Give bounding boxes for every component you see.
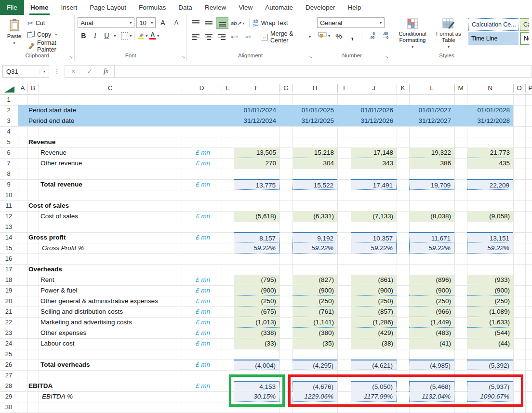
col-header-I[interactable]: I bbox=[337, 82, 351, 94]
row-label-17[interactable]: Overheads bbox=[28, 264, 62, 275]
cell-J15[interactable]: 59.22% bbox=[351, 243, 397, 253]
cell-F22[interactable]: (1,013) bbox=[234, 317, 279, 328]
row-header-9[interactable]: 9 bbox=[0, 179, 17, 190]
row-label-9[interactable]: Total revenue bbox=[40, 179, 82, 190]
name-box[interactable]: Q31 ▾ bbox=[2, 65, 49, 78]
number-format-combo[interactable]: General ▾ bbox=[317, 17, 385, 28]
cell-J3[interactable]: 31/12/2026 bbox=[351, 116, 397, 126]
grow-font-button[interactable]: Aˆ bbox=[158, 17, 169, 28]
cell-L6[interactable]: 19,322 bbox=[409, 147, 454, 158]
cell-H24[interactable]: (35) bbox=[293, 338, 337, 349]
font-dialog-launcher[interactable]: ↘ bbox=[182, 55, 186, 59]
tab-formulas[interactable]: Formulas bbox=[133, 0, 172, 15]
row-label-7[interactable]: Other revenue bbox=[40, 158, 82, 169]
cell-N9[interactable]: 22,209 bbox=[467, 179, 513, 190]
style-time-line[interactable]: Time Line bbox=[468, 32, 519, 45]
cell-F26[interactable]: (4,004) bbox=[234, 360, 279, 370]
tab-automate[interactable]: Automate bbox=[259, 0, 299, 15]
col-header-H[interactable]: H bbox=[293, 82, 337, 94]
cell-L18[interactable]: (896) bbox=[409, 275, 454, 285]
tab-file[interactable]: File bbox=[0, 0, 24, 15]
unit-label-12[interactable]: £ mn bbox=[182, 211, 222, 222]
cell-L2[interactable]: 01/01/2027 bbox=[409, 105, 454, 116]
cell-N7[interactable]: 435 bbox=[467, 158, 513, 169]
row-label-19[interactable]: Power & fuel bbox=[40, 285, 78, 296]
cell-F2[interactable]: 01/01/2024 bbox=[234, 105, 279, 116]
col-header-L[interactable]: L bbox=[409, 82, 454, 94]
font-color-button[interactable]: A ▾ bbox=[148, 30, 160, 41]
cell-F20[interactable]: (250) bbox=[234, 296, 279, 306]
row-header-4[interactable]: 4 bbox=[0, 126, 17, 137]
shrink-font-button[interactable]: Aˇ bbox=[171, 17, 183, 28]
cell-F19[interactable]: (900) bbox=[234, 285, 279, 296]
col-header-F[interactable]: F bbox=[234, 82, 279, 94]
unit-label-22[interactable]: £ mn bbox=[182, 317, 222, 328]
cell-J14[interactable]: 10,357 bbox=[351, 232, 397, 243]
row-header-14[interactable]: 14 bbox=[0, 232, 17, 243]
cell-J24[interactable]: (38) bbox=[351, 338, 397, 349]
insert-function-button[interactable]: fx bbox=[98, 67, 114, 75]
row-header-12[interactable]: 12 bbox=[0, 211, 17, 222]
cell-J12[interactable]: (7,133) bbox=[351, 211, 397, 222]
cell-H6[interactable]: 15,218 bbox=[293, 147, 337, 158]
tab-review[interactable]: Review bbox=[199, 0, 232, 15]
row-label-11[interactable]: Cost of sales bbox=[28, 200, 69, 211]
row-header-5[interactable]: 5 bbox=[0, 137, 17, 147]
row-label-2[interactable]: Period start date bbox=[28, 105, 76, 116]
cell-N23[interactable]: (544) bbox=[467, 328, 513, 338]
percent-style-button[interactable]: % bbox=[333, 30, 345, 41]
row-label-21[interactable]: Selling and distribution costs bbox=[40, 306, 123, 317]
cell-F21[interactable]: (675) bbox=[234, 306, 279, 317]
cell-L21[interactable]: (966) bbox=[409, 306, 454, 317]
format-painter-button[interactable]: Format Painter bbox=[27, 40, 71, 52]
row-header-8[interactable]: 8 bbox=[0, 169, 17, 179]
enter-button[interactable]: ✓ bbox=[81, 67, 98, 75]
decrease-decimal-button[interactable]: .00→0 bbox=[380, 30, 391, 41]
cell-J7[interactable]: 343 bbox=[351, 158, 397, 169]
tab-developer[interactable]: Developer bbox=[299, 0, 342, 15]
row-label-20[interactable]: Other general & administrative expenses bbox=[40, 296, 158, 306]
row-header-3[interactable]: 3 bbox=[0, 116, 17, 126]
cell-H21[interactable]: (761) bbox=[293, 306, 337, 317]
italic-button[interactable]: I bbox=[89, 30, 101, 41]
cell-L23[interactable]: (483) bbox=[409, 328, 454, 338]
cell-F23[interactable]: (338) bbox=[234, 328, 279, 338]
cell-H15[interactable]: 59.22% bbox=[293, 243, 337, 253]
cell-N12[interactable]: (9,058) bbox=[467, 211, 513, 222]
formula-input[interactable] bbox=[115, 65, 532, 78]
row-header-29[interactable]: 29 bbox=[0, 391, 17, 402]
row-header-7[interactable]: 7 bbox=[0, 158, 17, 169]
copy-button[interactable]: Copy ▾ bbox=[27, 29, 71, 40]
cell-F9[interactable]: 13,775 bbox=[234, 179, 279, 190]
tab-home[interactable]: Home bbox=[24, 0, 55, 15]
unit-label-20[interactable]: £ mn bbox=[182, 296, 222, 306]
cell-F14[interactable]: 8,157 bbox=[234, 232, 279, 243]
cell-H9[interactable]: 15,522 bbox=[293, 179, 337, 190]
col-header-B[interactable]: B bbox=[27, 82, 39, 94]
col-header-D[interactable]: D bbox=[182, 82, 222, 94]
cell-H26[interactable]: (4,295) bbox=[293, 360, 337, 370]
font-name-combo[interactable]: Arial ▾ bbox=[78, 17, 134, 28]
row-header-21[interactable]: 21 bbox=[0, 306, 17, 317]
row-label-18[interactable]: Rent bbox=[40, 275, 54, 285]
clipboard-dialog-launcher[interactable]: ↘ bbox=[69, 55, 73, 59]
col-header-C[interactable]: C bbox=[39, 82, 182, 94]
col-header-M[interactable]: M bbox=[454, 82, 467, 94]
cell-F12[interactable]: (5,618) bbox=[234, 211, 279, 222]
font-size-combo[interactable]: 10 ▾ bbox=[136, 17, 156, 28]
col-header-O[interactable]: O bbox=[513, 82, 525, 94]
cell-F15[interactable]: 59.22% bbox=[234, 243, 279, 253]
cell-N14[interactable]: 13,151 bbox=[467, 232, 513, 243]
col-header-P[interactable]: P bbox=[525, 82, 532, 94]
unit-label-14[interactable]: £ mn bbox=[182, 232, 222, 243]
wrap-text-button[interactable]: abc↩ Wrap Text bbox=[253, 18, 288, 29]
unit-label-28[interactable]: £ mn bbox=[182, 381, 222, 391]
top-align-button[interactable] bbox=[190, 18, 201, 28]
cell-H7[interactable]: 304 bbox=[293, 158, 337, 169]
unit-label-24[interactable]: £ mn bbox=[182, 338, 222, 349]
cell-H14[interactable]: 9,192 bbox=[293, 232, 337, 243]
cell-H19[interactable]: (900) bbox=[293, 285, 337, 296]
row-header-22[interactable]: 22 bbox=[0, 317, 17, 328]
row-header-6[interactable]: 6 bbox=[0, 147, 17, 158]
cell-F24[interactable]: (33) bbox=[234, 338, 279, 349]
